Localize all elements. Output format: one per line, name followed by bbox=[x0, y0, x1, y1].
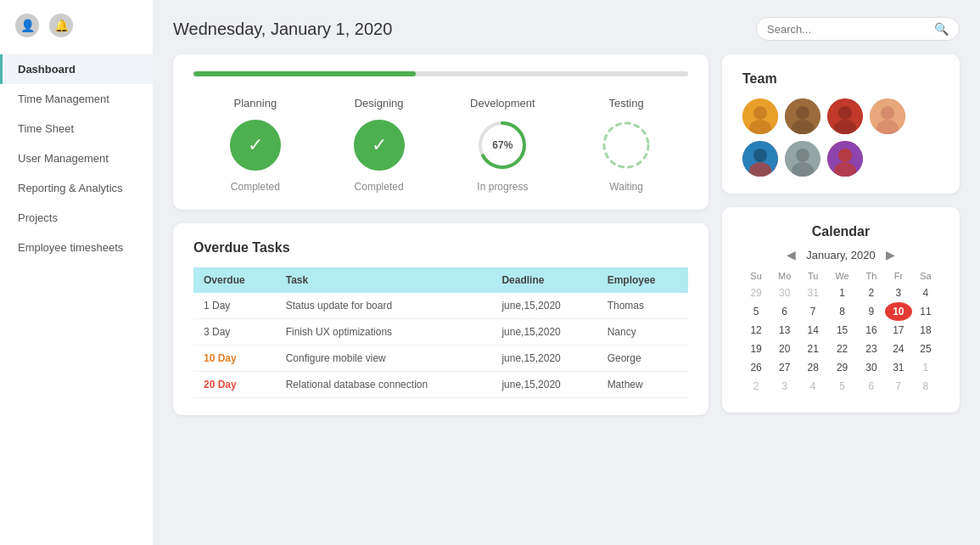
calendar-day[interactable]: 27 bbox=[770, 358, 799, 377]
user-icon[interactable]: 👤 bbox=[15, 14, 39, 37]
calendar-day[interactable]: 7 bbox=[799, 302, 826, 321]
calendar-day[interactable]: 25 bbox=[912, 340, 939, 358]
svg-point-19 bbox=[796, 149, 809, 162]
right-column: Team bbox=[722, 54, 960, 528]
calendar-grid: SuMoTuWeThFrSa 2930311234567891011121314… bbox=[742, 268, 939, 396]
team-card: Team bbox=[722, 54, 960, 194]
calendar-day-header: Tu bbox=[799, 268, 826, 284]
calendar-day[interactable]: 23 bbox=[858, 340, 885, 358]
calendar-day-header: Fr bbox=[885, 268, 912, 284]
team-title: Team bbox=[742, 71, 939, 87]
tasks-table-head: Overdue Task Deadline Employee bbox=[193, 267, 688, 293]
calendar-week: 2345678 bbox=[742, 377, 939, 396]
calendar-day[interactable]: 7 bbox=[885, 377, 912, 396]
calendar-day[interactable]: 29 bbox=[826, 358, 858, 377]
svg-point-4 bbox=[753, 106, 767, 120]
notification-icon[interactable]: 🔔 bbox=[49, 14, 73, 37]
calendar-day[interactable]: 5 bbox=[742, 302, 770, 321]
calendar-day[interactable]: 24 bbox=[885, 340, 912, 358]
avatar-1 bbox=[742, 98, 778, 134]
calendar-day[interactable]: 18 bbox=[912, 321, 939, 340]
calendar-day-header: Sa bbox=[912, 268, 939, 284]
calendar-day[interactable]: 4 bbox=[912, 284, 939, 302]
avatar-7 bbox=[827, 141, 863, 177]
stage-testing: Testing Waiting bbox=[564, 97, 688, 193]
sidebar-item-reporting[interactable]: Reporting & Analytics bbox=[0, 173, 153, 203]
calendar-day[interactable]: 3 bbox=[770, 377, 799, 396]
calendar-day[interactable]: 30 bbox=[858, 358, 885, 377]
sidebar-item-projects[interactable]: Projects bbox=[0, 203, 153, 233]
calendar-day[interactable]: 22 bbox=[826, 340, 858, 358]
content-grid: Planning ✓ Completed Designing ✓ Complet… bbox=[173, 54, 960, 528]
calendar-day[interactable]: 21 bbox=[799, 340, 826, 358]
calendar-day[interactable]: 1 bbox=[912, 358, 939, 377]
calendar-day[interactable]: 16 bbox=[858, 321, 885, 340]
progress-fill bbox=[193, 71, 416, 76]
calendar-day[interactable]: 8 bbox=[912, 377, 939, 396]
calendar-day[interactable]: 12 bbox=[742, 321, 770, 340]
sidebar-item-dashboard[interactable]: Dashboard bbox=[0, 54, 153, 84]
sidebar-item-time-management[interactable]: Time Management bbox=[0, 84, 153, 114]
search-input[interactable] bbox=[767, 23, 934, 36]
calendar-day[interactable]: 31 bbox=[799, 284, 826, 302]
calendar-day[interactable]: 28 bbox=[799, 358, 826, 377]
calendar-day-header: We bbox=[826, 268, 858, 284]
calendar-day[interactable]: 6 bbox=[858, 377, 885, 396]
calendar-day[interactable]: 26 bbox=[742, 358, 770, 377]
calendar-day[interactable]: 9 bbox=[858, 302, 885, 321]
task-name: Configure mobile view bbox=[276, 346, 492, 372]
calendar-day[interactable]: 8 bbox=[826, 302, 858, 321]
calendar-week: 19202122232425 bbox=[742, 340, 939, 358]
calendar-month-label: January, 2020 bbox=[806, 249, 875, 261]
progress-card: Planning ✓ Completed Designing ✓ Complet… bbox=[173, 54, 708, 210]
calendar-day[interactable]: 30 bbox=[770, 284, 799, 302]
calendar-day[interactable]: 11 bbox=[912, 302, 939, 321]
task-name: Relational database connection bbox=[276, 372, 492, 398]
tasks-table: Overdue Task Deadline Employee 1 Day Sta… bbox=[193, 267, 688, 398]
calendar-day[interactable]: 13 bbox=[770, 321, 799, 340]
overdue-days: 3 Day bbox=[193, 319, 276, 346]
left-column: Planning ✓ Completed Designing ✓ Complet… bbox=[173, 54, 708, 528]
svg-point-16 bbox=[753, 149, 767, 162]
calendar-day[interactable]: 19 bbox=[742, 340, 770, 358]
stage-testing-circle bbox=[601, 120, 652, 171]
calendar-day[interactable]: 17 bbox=[885, 321, 912, 340]
calendar-week: 2930311234 bbox=[742, 284, 939, 302]
sidebar-item-employee-timesheets[interactable]: Employee timesheets bbox=[0, 233, 153, 262]
calendar-day[interactable]: 4 bbox=[799, 377, 826, 396]
svg-point-13 bbox=[881, 106, 894, 120]
progress-track bbox=[193, 71, 688, 76]
stage-development: Development 67% In progress bbox=[441, 97, 565, 193]
sidebar-item-user-management[interactable]: User Management bbox=[0, 143, 153, 173]
calendar-day[interactable]: 6 bbox=[770, 302, 799, 321]
avatar-4 bbox=[870, 98, 905, 134]
table-row: 3 Day Finish UX optimizations june,15,20… bbox=[193, 319, 688, 346]
calendar-day[interactable]: 15 bbox=[826, 321, 858, 340]
calendar-next[interactable]: ▶ bbox=[886, 248, 895, 261]
calendar-day[interactable]: 10 bbox=[885, 302, 912, 321]
calendar-day[interactable]: 20 bbox=[770, 340, 799, 358]
sidebar-item-time-sheet[interactable]: Time Sheet bbox=[0, 114, 153, 143]
overdue-card: Overdue Tasks Overdue Task Deadline Empl… bbox=[173, 223, 708, 415]
calendar-day[interactable]: 5 bbox=[826, 377, 858, 396]
calendar-day[interactable]: 1 bbox=[826, 284, 858, 302]
calendar-prev[interactable]: ◀ bbox=[787, 248, 796, 261]
progress-bar-container bbox=[193, 71, 688, 76]
calendar-day-header: Mo bbox=[770, 268, 799, 284]
calendar-day-header: Th bbox=[858, 268, 885, 284]
team-avatars bbox=[742, 98, 939, 177]
calendar-day[interactable]: 31 bbox=[885, 358, 912, 377]
task-deadline: june,15,2020 bbox=[491, 319, 596, 346]
tasks-table-body: 1 Day Status update for board june,15,20… bbox=[193, 293, 688, 398]
calendar-day[interactable]: 2 bbox=[742, 377, 770, 396]
avatar-5 bbox=[742, 141, 778, 177]
search-box[interactable]: 🔍 bbox=[756, 17, 960, 41]
calendar-header: ◀ January, 2020 ▶ bbox=[742, 248, 939, 261]
calendar-day[interactable]: 2 bbox=[858, 284, 885, 302]
search-icon: 🔍 bbox=[934, 22, 949, 36]
calendar-day[interactable]: 3 bbox=[885, 284, 912, 302]
overdue-days: 1 Day bbox=[193, 293, 276, 319]
calendar-day[interactable]: 29 bbox=[742, 284, 770, 302]
calendar-day[interactable]: 14 bbox=[799, 321, 826, 340]
header: Wednesday, January 1, 2020 🔍 bbox=[173, 17, 960, 41]
